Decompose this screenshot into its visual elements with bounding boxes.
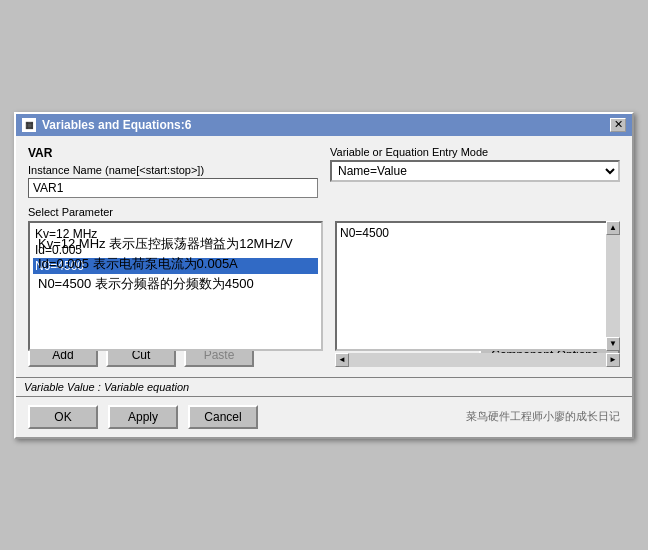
instance-label: Instance Name (name[<start:stop>]): [28, 164, 318, 176]
param-list[interactable]: Kv=12 MHz Id=0.005 N0=4500: [28, 221, 323, 351]
var-section: VAR Instance Name (name[<start:stop>]): [28, 146, 318, 198]
status-bar: Variable Value : Variable equation: [16, 377, 632, 396]
top-row: VAR Instance Name (name[<start:stop>]) V…: [28, 146, 620, 198]
watermark-text: 菜鸟硬件工程师小廖的成长日记: [466, 409, 620, 424]
list-item[interactable]: Kv=12 MHz: [33, 226, 318, 242]
scroll-left-arrow[interactable]: ◄: [335, 353, 349, 367]
dialog: ▦ Variables and Equations:6 ✕ VAR Instan…: [14, 112, 634, 439]
entry-mode-select[interactable]: Name=Value: [330, 160, 620, 182]
cancel-button[interactable]: Cancel: [188, 405, 258, 429]
select-param-label: Select Parameter: [28, 206, 620, 218]
entry-mode-label: Variable or Equation Entry Mode: [330, 146, 620, 158]
equation-content: N0=4500: [340, 226, 389, 240]
two-col: Kv=12 MHz Id=0.005 N0=4500 N0=4500 ▲ ▼: [28, 221, 620, 367]
entry-mode-section: Variable or Equation Entry Mode Name=Val…: [330, 146, 620, 182]
list-item[interactable]: Id=0.005: [33, 242, 318, 258]
title-bar-left: ▦ Variables and Equations:6: [22, 118, 191, 132]
apply-button[interactable]: Apply: [108, 405, 178, 429]
scroll-right-arrow[interactable]: ►: [606, 353, 620, 367]
status-text: Variable Value : Variable equation: [24, 381, 189, 393]
title-bar: ▦ Variables and Equations:6 ✕: [16, 114, 632, 136]
var-label: VAR: [28, 146, 318, 160]
vertical-scrollbar[interactable]: ▲ ▼: [606, 221, 620, 351]
horizontal-scrollbar[interactable]: ◄ ►: [335, 353, 620, 367]
equation-area[interactable]: N0=4500: [335, 221, 620, 351]
ok-button[interactable]: OK: [28, 405, 98, 429]
list-item[interactable]: N0=4500: [33, 258, 318, 274]
equation-section: N0=4500 ▲ ▼ ◄ ►: [335, 221, 620, 367]
close-button[interactable]: ✕: [610, 118, 626, 132]
scroll-down-arrow[interactable]: ▼: [606, 337, 620, 351]
scroll-track-v[interactable]: [606, 235, 620, 337]
equation-area-wrapper: N0=4500 ▲ ▼: [335, 221, 620, 351]
dialog-title: Variables and Equations:6: [42, 118, 191, 132]
scroll-up-arrow[interactable]: ▲: [606, 221, 620, 235]
app-icon: ▦: [22, 118, 36, 132]
instance-input[interactable]: [28, 178, 318, 198]
bottom-buttons: OK Apply Cancel 菜鸟硬件工程师小廖的成长日记: [16, 396, 632, 437]
dialog-body: VAR Instance Name (name[<start:stop>]) V…: [16, 136, 632, 377]
scroll-track-h[interactable]: [349, 353, 606, 367]
